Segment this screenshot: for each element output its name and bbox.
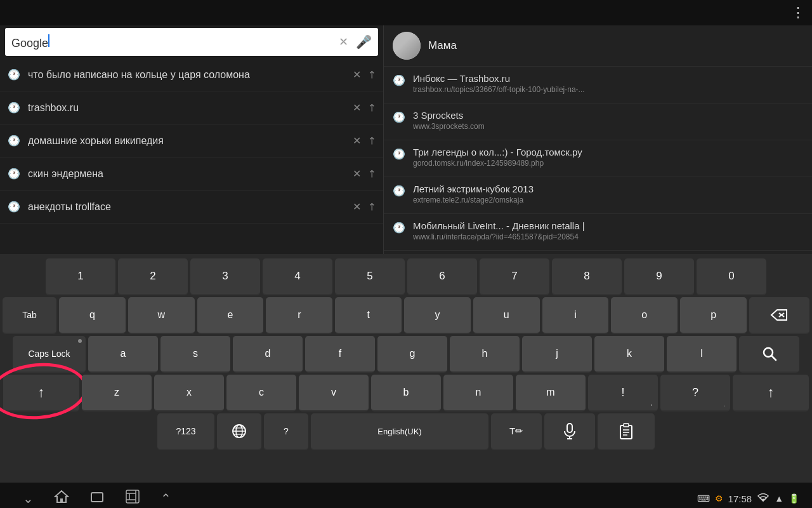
key-7[interactable]: 7 — [480, 258, 549, 295]
key-w[interactable]: w — [128, 297, 195, 334]
menu-icon[interactable]: ⋮ — [791, 4, 806, 21]
history-item[interactable]: 🕐 Мобильный LiveInt... - Дневник netalla… — [384, 214, 812, 251]
key-l[interactable]: l — [667, 336, 737, 373]
keyboard: 1 2 3 4 5 6 7 8 9 0 Tab q w e r t y u i … — [0, 254, 812, 483]
key-r[interactable]: r — [266, 297, 332, 334]
history-icon: 🕐 — [393, 222, 405, 234]
history-url: www.3sprockets.com — [413, 122, 803, 131]
key-6[interactable]: 6 — [407, 258, 477, 295]
spacebar-key[interactable]: English(UK) — [311, 413, 488, 450]
search-input[interactable]: Google — [11, 34, 339, 50]
recents-button[interactable] — [79, 485, 115, 508]
key-z[interactable]: z — [82, 375, 152, 411]
shift-left-key[interactable]: ↑ — [3, 375, 79, 411]
history-item[interactable]: 🕐 Три легенды о кол...:) - Город.томск.р… — [384, 140, 812, 177]
search-key[interactable] — [739, 336, 799, 373]
svg-rect-13 — [624, 424, 629, 427]
time: 17:58 — [728, 493, 752, 504]
svg-rect-17 — [91, 493, 103, 502]
home-button[interactable] — [44, 485, 79, 508]
key-o[interactable]: o — [611, 297, 678, 334]
left-panel: Google ✕ 🎤 🕐 что было написано на кольце… — [0, 25, 384, 254]
key-d[interactable]: d — [233, 336, 303, 373]
key-8[interactable]: 8 — [552, 258, 622, 295]
key-p[interactable]: p — [680, 297, 747, 334]
key-f[interactable]: f — [305, 336, 375, 373]
suggestion-item[interactable]: 🕐 скин эндермена ✕ ↗ — [0, 157, 383, 190]
fill-search-icon[interactable]: ↗ — [364, 100, 379, 115]
key-j[interactable]: j — [522, 336, 592, 373]
fill-search-icon[interactable]: ↗ — [364, 67, 379, 82]
contact-item[interactable]: Мама — [384, 25, 812, 67]
status-area: ⋮ — [791, 4, 806, 21]
key-q[interactable]: q — [59, 297, 126, 334]
tab-key[interactable]: Tab — [3, 297, 56, 334]
key-exclaim[interactable]: !، — [588, 375, 658, 411]
key-0[interactable]: 0 — [697, 258, 766, 295]
key-a[interactable]: a — [88, 336, 158, 373]
mic-icon[interactable]: 🎤 — [356, 34, 372, 50]
key-c[interactable]: c — [226, 375, 296, 411]
key-2[interactable]: 2 — [118, 258, 188, 295]
key-m[interactable]: m — [516, 375, 586, 411]
remove-suggestion-icon[interactable]: ✕ — [353, 135, 361, 147]
search-bar[interactable]: Google ✕ 🎤 — [5, 28, 378, 56]
key-g[interactable]: g — [377, 336, 447, 373]
suggestion-item[interactable]: 🕐 trashbox.ru ✕ ↗ — [0, 91, 383, 124]
fill-search-icon[interactable]: ↗ — [364, 166, 379, 181]
history-title: Три легенды о кол...:) - Город.томск.ру — [413, 147, 803, 157]
key-b[interactable]: b — [371, 375, 441, 411]
text-editor-key[interactable]: T✏ — [491, 413, 542, 450]
key-e[interactable]: e — [197, 297, 264, 334]
question-key[interactable]: ? — [264, 413, 308, 450]
key-n[interactable]: n — [443, 375, 513, 411]
key-3[interactable]: 3 — [190, 258, 260, 295]
remove-suggestion-icon[interactable]: ✕ — [353, 102, 361, 114]
backspace-key[interactable] — [749, 297, 809, 334]
key-v[interactable]: v — [299, 375, 369, 411]
history-item[interactable]: 🕐 Летний экстрим-кубок 2013 extreme.tele… — [384, 177, 812, 214]
globe-key[interactable] — [217, 413, 261, 450]
key-x[interactable]: x — [154, 375, 224, 411]
history-title: 3 Sprockets — [413, 110, 803, 121]
back-button[interactable]: ⌄ — [13, 487, 44, 508]
svg-rect-19 — [129, 493, 136, 500]
key-4[interactable]: 4 — [263, 258, 332, 295]
keyboard-icon: ⌨ — [697, 493, 710, 504]
history-icon: 🕐 — [8, 168, 20, 180]
remove-suggestion-icon[interactable]: ✕ — [353, 69, 361, 81]
up-button[interactable]: ⌃ — [150, 487, 181, 508]
suggestion-item[interactable]: 🕐 домашние хорьки википедия ✕ ↗ — [0, 124, 383, 157]
remove-suggestion-icon[interactable]: ✕ — [353, 168, 361, 180]
key-question[interactable]: ?. — [660, 375, 730, 411]
status-bar: ⌨ ⚙ 17:58 ▲ 🔋 — [697, 493, 799, 504]
suggestion-actions: ✕ ↗ — [353, 102, 376, 114]
screenshot-button[interactable] — [115, 485, 150, 508]
history-icon: 🕐 — [393, 111, 405, 123]
key-5[interactable]: 5 — [335, 258, 405, 295]
search-bar-icons: ✕ 🎤 — [339, 34, 372, 50]
key-1[interactable]: 1 — [46, 258, 115, 295]
clear-icon[interactable]: ✕ — [339, 35, 348, 49]
shift-right-key[interactable]: ↑ — [733, 375, 809, 411]
remove-suggestion-icon[interactable]: ✕ — [353, 201, 361, 213]
num123-key[interactable]: ?123 — [157, 413, 214, 450]
key-9[interactable]: 9 — [624, 258, 694, 295]
history-item[interactable]: 🕐 Инбокс — Trashbox.ru trashbox.ru/topic… — [384, 67, 812, 104]
key-h[interactable]: h — [450, 336, 520, 373]
key-t[interactable]: t — [335, 297, 402, 334]
history-item[interactable]: 🕐 3 Sprockets www.3sprockets.com — [384, 104, 812, 140]
key-y[interactable]: y — [404, 297, 471, 334]
fill-search-icon[interactable]: ↗ — [364, 133, 379, 148]
fill-search-icon[interactable]: ↗ — [364, 199, 379, 214]
suggestion-item[interactable]: 🕐 что было написано на кольце у царя сол… — [0, 58, 383, 91]
key-k[interactable]: k — [594, 336, 664, 373]
caps-lock-key[interactable]: Caps Lock — [13, 336, 86, 373]
suggestion-item[interactable]: 🕐 анекдоты trollface ✕ ↗ — [0, 190, 383, 224]
clipboard-key[interactable] — [598, 413, 655, 450]
key-s[interactable]: s — [160, 336, 230, 373]
history-content: Летний экстрим-кубок 2013 extreme.tele2.… — [413, 184, 803, 204]
mic-key[interactable] — [544, 413, 595, 450]
key-i[interactable]: i — [542, 297, 609, 334]
key-u[interactable]: u — [473, 297, 540, 334]
